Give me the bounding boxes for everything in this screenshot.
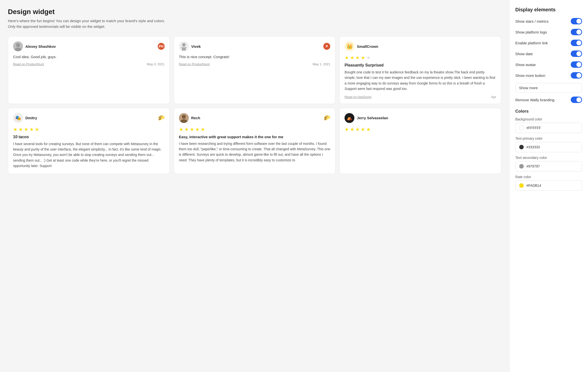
toggle-row-avatar: Show avatar (515, 61, 582, 68)
sidebar-title: Display elements (515, 7, 582, 13)
review-title-smallcrown: Pleasantly Surprised (345, 63, 496, 68)
platform-icon-dmitry: 🌮 (158, 115, 165, 121)
review-date-alexey: May 3, 2021 (147, 62, 165, 66)
show-more-input[interactable] (515, 83, 582, 93)
review-text-smallcrown: Bought one code to test it for audience … (345, 69, 496, 92)
text-secondary-value: #979797 (526, 164, 540, 168)
rate-color-value: #FADB14 (526, 184, 541, 187)
page-description: Here's where the fun begins! You can des… (8, 18, 501, 29)
rate-color-field[interactable]: #FADB14 (515, 180, 582, 191)
card-dmitry: 🎭 Dmitry 🌮 ★★★★★ 10 tacos I have several… (8, 108, 170, 174)
read-link-smallcrown[interactable]: Read on AppSumo (345, 95, 371, 99)
toggle-label-stars: Show stars / metrics (515, 19, 549, 23)
stars-dmitry: ★★★★★ (13, 126, 165, 132)
rate-color-dot (519, 183, 524, 188)
text-secondary-field[interactable]: #979797 (515, 161, 582, 171)
svg-rect-4 (182, 48, 186, 51)
colors-title: Colors (515, 109, 582, 114)
review-title-rech: Easy, interactive with great support mak… (179, 135, 330, 139)
review-text-rech: I have been researching and trying diffe… (179, 141, 330, 163)
read-link-alexey[interactable]: Read on ProductHunt (13, 62, 44, 66)
toggle-date[interactable] (571, 51, 582, 57)
toggle-platform-logo[interactable] (571, 29, 582, 35)
toggle-stars[interactable] (571, 18, 582, 24)
toggle-row-branding: Remove Wally branding (515, 97, 582, 103)
bg-color-value: #FFFFFF (526, 126, 541, 130)
avatar-dmitry: 🎭 (13, 113, 23, 123)
widget-grid: Alexey Shashkov PH Cool idea. Good job, … (8, 36, 501, 174)
review-text-dmitry: I have several tools for creating survey… (13, 141, 165, 169)
avatar-smallcrown: 👑 (345, 41, 354, 51)
text-primary-value: #333333 (526, 145, 540, 149)
user-name-rech: Rech (191, 116, 200, 120)
toggle-more-button[interactable] (571, 72, 582, 79)
toggle-row-stars: Show stars / metrics (515, 18, 582, 24)
svg-point-0 (16, 43, 20, 47)
bg-color-label: Background color (515, 117, 582, 121)
platform-badge-vivek: P (323, 43, 330, 50)
stars-rech: ★★★★★ (179, 126, 330, 132)
card-alexey: Alexey Shashkov PH Cool idea. Good job, … (8, 36, 170, 104)
page-title: Design widget (8, 8, 501, 16)
toggle-label-avatar: Show avatar (515, 63, 536, 67)
toggle-row-platform-link: Enable platform link (515, 40, 582, 46)
card-vivek: Vivek P This is nice concept. Congrats! … (174, 36, 336, 104)
user-name-vivek: Vivek (191, 44, 201, 49)
toggle-label-date: Show date (515, 52, 533, 56)
review-title-dmitry: 10 tacos (13, 135, 165, 139)
sidebar: Display elements Show stars / metrics Sh… (509, 0, 588, 372)
toggle-row-more-button: Show more button (515, 72, 582, 79)
svg-point-6 (180, 119, 187, 123)
svg-point-2 (182, 43, 186, 47)
toggle-row-platform-logo: Show platform logo (515, 29, 582, 35)
avatar-jerry: ⛺ (345, 113, 354, 123)
read-link-vivek[interactable]: Read on ProductHunt (179, 62, 210, 66)
toggle-branding[interactable] (571, 97, 582, 103)
text-secondary-label: Text secondary color (515, 156, 582, 160)
svg-point-1 (15, 48, 21, 51)
toggle-avatar[interactable] (571, 61, 582, 68)
platform-icon-rech: 🌮 (324, 115, 330, 121)
review-text-vivek: This is nice concept. Congrats! (179, 55, 330, 59)
card-rech: Rech 🌮 ★★★★★ Easy, interactive with grea… (174, 108, 336, 174)
toggle-label-platform-logo: Show platform logo (515, 30, 547, 34)
stars-jerry: ★★★★★ (345, 126, 496, 132)
user-name-jerry: Jerry Selvaseelan (357, 116, 388, 120)
svg-point-5 (182, 115, 186, 119)
text-primary-dot (519, 145, 524, 150)
bg-color-field[interactable]: #FFFFFF (515, 123, 582, 133)
review-text-alexey: Cool idea. Good job, guys. (13, 55, 165, 59)
toggle-label-more-button: Show more button (515, 73, 545, 78)
card-jerry: ⛺ Jerry Selvaseelan ★★★★★ (339, 108, 501, 174)
avatar-alexey (13, 41, 23, 51)
review-date-vivek: May 1, 2021 (313, 62, 330, 66)
toggle-label-platform-link: Enable platform link (515, 41, 548, 45)
text-primary-label: Text primary color (515, 136, 582, 140)
platform-badge-alexey: PH (158, 43, 165, 50)
main-content: Design widget Here's where the fun begin… (0, 0, 509, 372)
toggle-platform-link[interactable] (571, 40, 582, 46)
avatar-vivek (179, 41, 189, 51)
stars-smallcrown: ★ ★ ★ ★ ★ (345, 55, 496, 61)
toggle-label-branding: Remove Wally branding (515, 98, 554, 102)
card-smallcrown: 👑 SmallCrown ★ ★ ★ ★ ★ Pleasantly Surpri… (339, 36, 501, 104)
text-secondary-dot (519, 164, 524, 169)
text-primary-field[interactable]: #333333 (515, 142, 582, 152)
avatar-rech (179, 113, 189, 123)
toggle-row-date: Show date (515, 51, 582, 57)
user-name-smallcrown: SmallCrown (357, 44, 378, 49)
user-name-alexey: Alexey Shashkov (25, 44, 56, 49)
review-date-smallcrown: Apr (491, 95, 496, 99)
rate-color-label: Rate color (515, 175, 582, 179)
user-name-dmitry: Dmitry (25, 116, 37, 120)
bg-color-dot (519, 125, 524, 130)
svg-rect-3 (181, 47, 187, 48)
